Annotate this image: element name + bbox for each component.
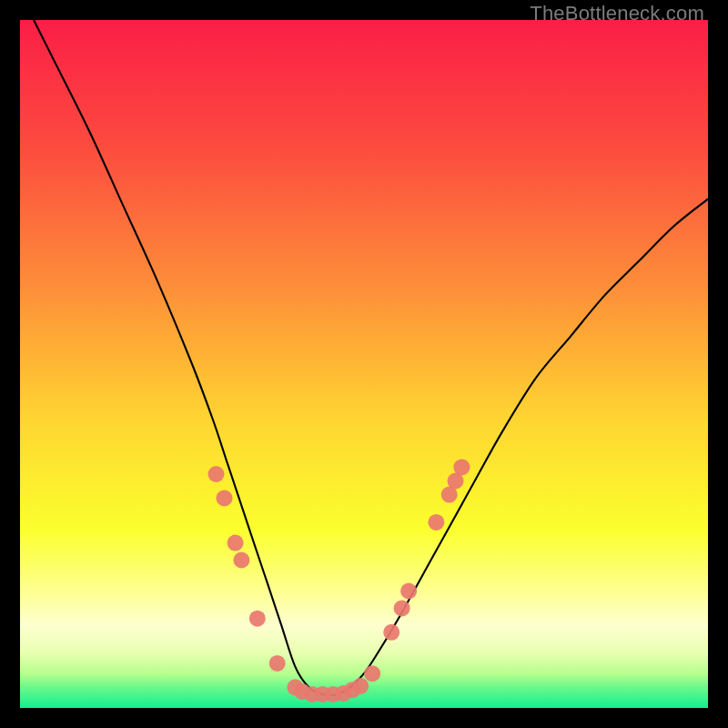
chart-stage: TheBottleneck.com [0,0,728,728]
data-dot [228,535,244,551]
curve-dots [208,459,470,703]
plot-overlay [20,20,708,708]
data-dot [428,514,444,531]
data-dot [383,624,399,641]
bottleneck-curve [34,20,708,695]
data-dot [269,655,286,672]
data-dot [208,466,225,482]
data-dot [400,583,417,600]
plot-area [20,20,708,708]
data-dot [249,611,266,627]
data-dot [453,459,470,475]
data-dot [394,600,410,616]
watermark-text: TheBottleneck.com [530,2,704,25]
data-dot [364,665,380,682]
data-dot [217,490,233,506]
data-dot [352,678,369,694]
data-dot [233,552,249,569]
